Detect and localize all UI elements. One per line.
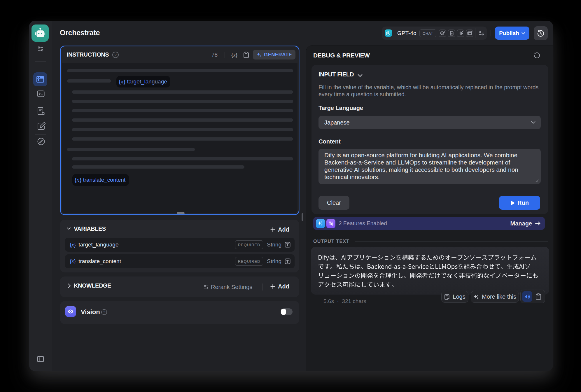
svg-text:?: ?: [103, 310, 105, 314]
svg-text:?: ?: [114, 53, 116, 57]
